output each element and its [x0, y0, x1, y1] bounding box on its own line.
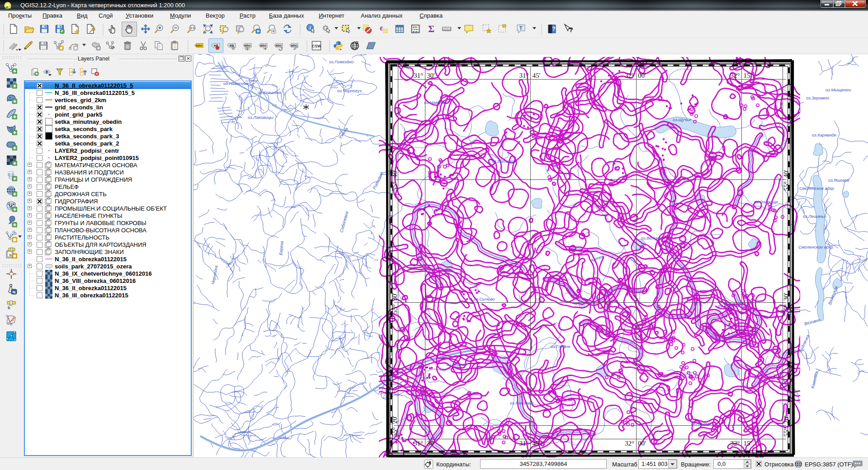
- svg-text:Вязовня: Вязовня: [804, 317, 821, 326]
- svg-text:abc: abc: [276, 43, 282, 47]
- svg-text:20': 20': [783, 416, 790, 424]
- svg-text:оз.Навесноя: оз.Навесноя: [223, 81, 248, 86]
- svg-text:00': 00': [638, 72, 646, 79]
- svg-text:Чернейка: Чернейка: [210, 265, 218, 285]
- svg-text:abc: abc: [260, 43, 267, 47]
- svg-text:оз.Зеремно: оз.Зеремно: [806, 95, 829, 100]
- svg-text:оз.Щучье: оз.Щучье: [673, 117, 691, 122]
- svg-text:Σ: Σ: [428, 24, 434, 34]
- svg-text:оз.Ракитно: оз.Ракитно: [510, 400, 533, 405]
- svg-text:оз.Лесное: оз.Лесное: [691, 421, 711, 426]
- svg-text:45': 45': [533, 72, 541, 79]
- svg-text:55°: 55°: [783, 428, 790, 437]
- svg-text:?: ?: [569, 26, 573, 33]
- svg-text:оз.Озерище: оз.Озерище: [754, 199, 778, 204]
- svg-text:40': 40': [391, 170, 398, 178]
- svg-text:31°: 31°: [519, 440, 529, 447]
- svg-text:оз.Мыщенеи: оз.Мыщенеи: [826, 87, 851, 92]
- svg-text:30': 30': [427, 72, 435, 79]
- svg-text:оз.Гомездно: оз.Гомездно: [329, 59, 354, 64]
- svg-text:32°: 32°: [731, 440, 740, 447]
- svg-text:оз.Чорногуз: оз.Чорногуз: [337, 88, 362, 93]
- svg-text:55°: 55°: [783, 182, 790, 191]
- svg-text:55°: 55°: [391, 428, 398, 437]
- svg-text:30': 30': [427, 440, 435, 447]
- svg-text:оз.Глядня: оз.Глядня: [551, 344, 570, 349]
- svg-text:CSW: CSW: [312, 44, 321, 48]
- svg-text:b: b: [9, 253, 12, 257]
- svg-text:20': 20': [391, 416, 398, 424]
- svg-text:оз.Ковшяна: оз.Ковшяна: [258, 90, 281, 95]
- svg-text:Смоленское вдхр.: Смоленское вдхр.: [799, 186, 835, 191]
- svg-text:15': 15': [744, 440, 752, 447]
- svg-text:ε: ε: [380, 24, 383, 32]
- svg-text:Роголяня: Роголяня: [372, 171, 384, 190]
- svg-text:31°: 31°: [414, 72, 423, 79]
- svg-text:оз.Яшовое: оз.Яшовое: [828, 178, 849, 183]
- svg-text:abc: abc: [196, 43, 203, 47]
- svg-text:?: ?: [552, 26, 555, 32]
- svg-text:55°: 55°: [391, 182, 398, 191]
- svg-text:00': 00': [638, 440, 646, 447]
- svg-text:45': 45': [533, 440, 541, 447]
- svg-text:15': 15': [744, 72, 752, 79]
- svg-text:Берёза: Берёза: [278, 241, 284, 255]
- svg-text:оз.Карявнде: оз.Карявнде: [812, 132, 836, 137]
- svg-text:оз.Великое: оз.Великое: [641, 235, 663, 240]
- svg-text:abc: abc: [245, 43, 251, 47]
- svg-text:32°: 32°: [731, 72, 740, 79]
- svg-text:30': 30': [391, 293, 398, 301]
- svg-text:32°: 32°: [625, 440, 634, 447]
- svg-text:Соболевка: Соболевка: [339, 211, 349, 233]
- svg-text:1:1: 1:1: [190, 26, 194, 29]
- svg-text:31°: 31°: [414, 440, 423, 447]
- svg-text:оз.Лешачье: оз.Лешачье: [803, 214, 826, 219]
- svg-text:31°: 31°: [519, 72, 529, 79]
- svg-text:Смоленское вдхр.: Смоленское вдхр.: [798, 244, 834, 249]
- svg-text:T: T: [519, 25, 523, 31]
- svg-text:40': 40': [783, 170, 790, 178]
- svg-text:55°: 55°: [783, 305, 790, 314]
- svg-text:оз.Наволок: оз.Наволок: [424, 100, 447, 105]
- svg-text:⇆: ⇆: [13, 290, 16, 294]
- svg-text:оз.Черное: оз.Черное: [447, 362, 467, 367]
- svg-text:b: b: [8, 306, 10, 310]
- svg-text:55°: 55°: [391, 305, 398, 314]
- svg-text:Вяжецкая: Вяжецкая: [827, 285, 839, 306]
- svg-text:оз.Лаковицы: оз.Лаковицы: [248, 115, 273, 120]
- svg-text:оз.Сычево: оз.Сычево: [474, 296, 495, 301]
- svg-text:оз.Вителок: оз.Вителок: [492, 159, 515, 164]
- svg-text:30': 30': [783, 293, 790, 301]
- svg-text:Каменка: Каменка: [810, 371, 819, 389]
- svg-text:32°: 32°: [625, 72, 634, 79]
- svg-text:оз.Зальное: оз.Зальное: [718, 303, 740, 308]
